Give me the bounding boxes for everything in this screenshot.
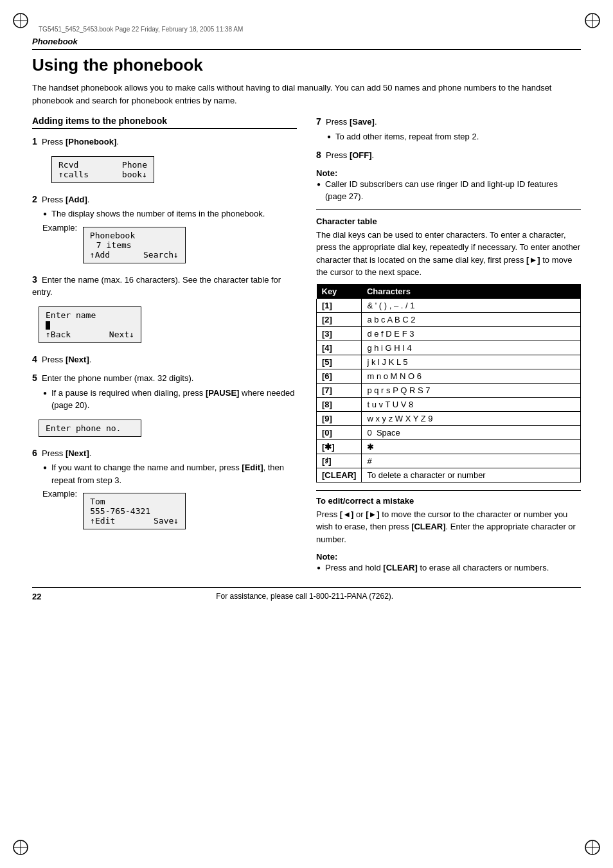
page-number: 22 bbox=[32, 592, 41, 601]
step-3: 3 Enter the name (max. 16 characters). S… bbox=[32, 274, 297, 347]
note-2: Note: Press and hold [CLEAR] to erase al… bbox=[316, 552, 581, 574]
step-7-bullet: To add other items, repeat from step 2. bbox=[335, 130, 581, 143]
section-header: Phonebook bbox=[32, 37, 581, 46]
header-divider bbox=[32, 49, 581, 50]
step-5-bullet: If a pause is required when dialing, pre… bbox=[51, 387, 297, 412]
step-6-number: 6 bbox=[32, 448, 37, 458]
step-6-lcd: Tom 555-765-4321 ↑EditSave↓ bbox=[83, 493, 186, 529]
char-table-title: Character table bbox=[316, 217, 581, 226]
table-row: [2] a b c A B C 2 bbox=[317, 312, 581, 326]
key-cell: [♯] bbox=[317, 454, 362, 468]
left-column: Adding items to the phonebook 1 Press [P… bbox=[32, 116, 297, 574]
chars-cell: To delete a character or number bbox=[362, 468, 581, 482]
step-8: 8 Press [OFF]. bbox=[316, 149, 581, 162]
table-row: [✱] ✱ bbox=[317, 439, 581, 454]
note-1: Note: Caller ID subscribers can use ring… bbox=[316, 168, 581, 203]
table-row: [7] p q r s P Q R S 7 bbox=[317, 383, 581, 397]
key-cell: [1] bbox=[317, 299, 362, 313]
step-6-text: Press [Next]. bbox=[42, 448, 91, 458]
two-col-layout: Adding items to the phonebook 1 Press [P… bbox=[32, 116, 581, 574]
table-row: [6] m n o M N O 6 bbox=[317, 369, 581, 383]
key-cell: [7] bbox=[317, 383, 362, 397]
col-header-chars: Characters bbox=[362, 284, 581, 299]
key-cell: [4] bbox=[317, 341, 362, 355]
step-6-example-label: Example: bbox=[42, 489, 77, 499]
footer-text: For assistance, please call 1-800-211-PA… bbox=[216, 592, 393, 601]
to-edit-text: Press [◄] or [►] to move the cursor to t… bbox=[316, 508, 581, 546]
key-cell: [5] bbox=[317, 355, 362, 369]
chars-cell: t u v T U V 8 bbox=[362, 397, 581, 411]
chars-cell: w x y z W X Y Z 9 bbox=[362, 411, 581, 425]
step-3-text: Enter the name (max. 16 characters). See… bbox=[32, 275, 281, 297]
step-2-lcd: Phonebook 7 items ↑AddSearch↓ bbox=[83, 227, 186, 263]
subsection-title: Adding items to the phonebook bbox=[32, 116, 297, 129]
step-6-bullet: If you want to change the name and numbe… bbox=[51, 461, 297, 486]
step-5-lcd: Enter phone no. bbox=[39, 420, 141, 437]
step-4: 4 Press [Next]. bbox=[32, 353, 297, 366]
table-row: [1] & ' ( ) , – . / 1 bbox=[317, 299, 581, 313]
right-column: 7 Press [Save]. To add other items, repe… bbox=[316, 116, 581, 574]
file-info: TG5451_5452_5453.book Page 22 Friday, Fe… bbox=[39, 26, 581, 33]
key-cell: [2] bbox=[317, 312, 362, 326]
key-cell: [3] bbox=[317, 326, 362, 341]
step-8-number: 8 bbox=[316, 150, 321, 160]
footer: 22 For assistance, please call 1-800-211… bbox=[32, 587, 581, 601]
chars-cell: & ' ( ) , – . / 1 bbox=[362, 299, 581, 313]
step-3-lcd: Enter name ↑BackNext↓ bbox=[39, 306, 141, 343]
table-row: [8] t u v T U V 8 bbox=[317, 397, 581, 411]
char-table-divider bbox=[316, 209, 581, 210]
table-row: [CLEAR] To delete a character or number bbox=[317, 468, 581, 482]
step-6: 6 Press [Next]. If you want to change th… bbox=[32, 447, 297, 534]
step-2-bullet: The display shows the number of items in… bbox=[51, 208, 297, 220]
step-2-example-label: Example: bbox=[42, 223, 77, 233]
step-7-text: Press [Save]. bbox=[326, 117, 377, 127]
step-7: 7 Press [Save]. To add other items, repe… bbox=[316, 116, 581, 143]
chars-cell: j k l J K L 5 bbox=[362, 355, 581, 369]
page: TG5451_5452_5453.book Page 22 Friday, Fe… bbox=[0, 0, 613, 868]
intro-text: The handset phonebook allows you to make… bbox=[32, 82, 581, 107]
corner-mark-tr bbox=[583, 12, 601, 30]
table-row: [9] w x y z W X Y Z 9 bbox=[317, 411, 581, 425]
corner-mark-bl bbox=[12, 838, 30, 856]
corner-mark-br bbox=[583, 838, 601, 856]
step-1-text: Press [Phonebook]. bbox=[42, 137, 119, 146]
step-7-number: 7 bbox=[316, 116, 321, 127]
note-2-label: Note: bbox=[316, 552, 581, 562]
step-1-number: 1 bbox=[32, 136, 37, 146]
chars-cell: ✱ bbox=[362, 439, 581, 454]
corner-mark-tl bbox=[12, 12, 30, 30]
table-row: [♯] # bbox=[317, 454, 581, 468]
chars-cell: 0 Space bbox=[362, 425, 581, 439]
chars-cell: g h i G H I 4 bbox=[362, 341, 581, 355]
chars-cell: p q r s P Q R S 7 bbox=[362, 383, 581, 397]
character-table: Key Characters [1] & ' ( ) , – . / 1 [2]… bbox=[316, 284, 581, 483]
table-row: [0] 0 Space bbox=[317, 425, 581, 439]
step-3-number: 3 bbox=[32, 274, 37, 285]
chars-cell: # bbox=[362, 454, 581, 468]
key-cell: [8] bbox=[317, 397, 362, 411]
step-2: 2 Press [Add]. The display shows the num… bbox=[32, 193, 297, 267]
to-edit-section: To edit/correct a mistake Press [◄] or [… bbox=[316, 496, 581, 546]
char-table-intro: The dial keys can be used to enter chara… bbox=[316, 229, 581, 279]
key-cell: [CLEAR] bbox=[317, 468, 362, 482]
table-row: [4] g h i G H I 4 bbox=[317, 341, 581, 355]
step-1-lcd: RcvdPhone ↑callsbook↓ bbox=[51, 156, 154, 183]
char-table-section: Character table The dial keys can be use… bbox=[316, 217, 581, 483]
chars-cell: m n o M N O 6 bbox=[362, 369, 581, 383]
key-cell: [0] bbox=[317, 425, 362, 439]
step-5-number: 5 bbox=[32, 373, 37, 383]
to-edit-label: To edit/correct a mistake bbox=[316, 496, 581, 506]
col-header-key: Key bbox=[317, 284, 362, 299]
table-row: [5] j k l J K L 5 bbox=[317, 355, 581, 369]
table-row: [3] d e f D E F 3 bbox=[317, 326, 581, 341]
to-edit-divider bbox=[316, 490, 581, 491]
note-1-text: Caller ID subscribers can use ringer ID … bbox=[325, 178, 581, 203]
step-5-text: Enter the phone number (max. 32 digits). bbox=[42, 373, 193, 383]
note-2-text: Press and hold [CLEAR] to erase all char… bbox=[325, 562, 581, 574]
step-2-text: Press [Add]. bbox=[42, 195, 89, 204]
chars-cell: a b c A B C 2 bbox=[362, 312, 581, 326]
key-cell: [6] bbox=[317, 369, 362, 383]
step-4-text: Press [Next]. bbox=[42, 355, 91, 364]
step-8-text: Press [OFF]. bbox=[326, 150, 374, 160]
step-1: 1 Press [Phonebook]. RcvdPhone ↑callsboo… bbox=[32, 136, 297, 187]
